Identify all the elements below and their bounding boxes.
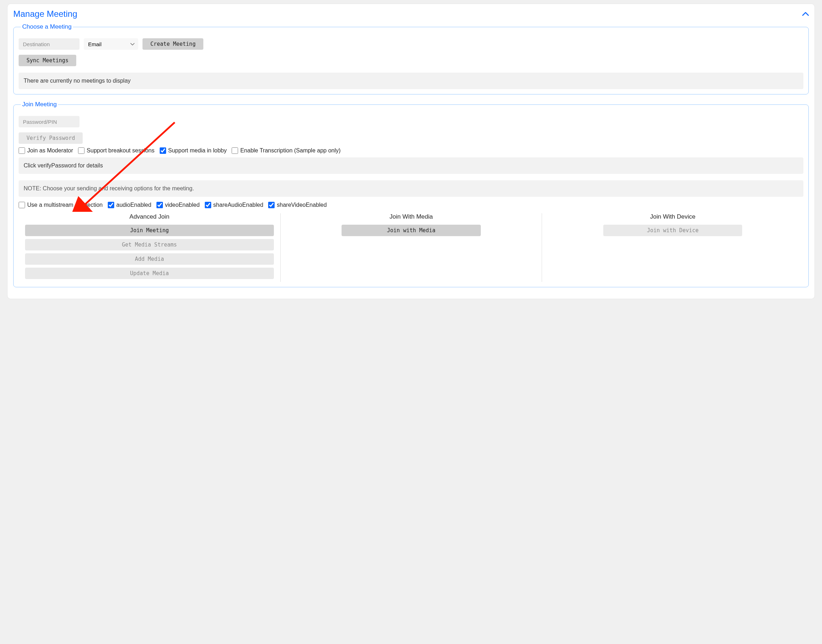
update-media-button[interactable]: Update Media	[25, 268, 274, 279]
join-meeting-section: Join Meeting Verify Password Join as Mod…	[13, 101, 809, 287]
share-audio-enabled-option[interactable]: shareAudioEnabled	[205, 202, 263, 208]
destination-type-select-el[interactable]: Email	[84, 38, 138, 50]
share-video-enabled-checkbox[interactable]	[268, 202, 275, 208]
meetings-empty-message: There are currently no meetings to displ…	[18, 73, 804, 89]
support-breakout-label: Support breakout sessions	[87, 147, 154, 154]
choose-meeting-legend: Choose a Meeting	[21, 23, 73, 31]
destination-input[interactable]	[18, 38, 80, 50]
multistream-checkbox[interactable]	[18, 202, 25, 208]
share-audio-enabled-checkbox[interactable]	[205, 202, 211, 208]
advanced-join-heading: Advanced Join	[25, 213, 274, 221]
collapse-toggle[interactable]	[802, 11, 810, 18]
enable-transcription-label: Enable Transcription (Sample app only)	[240, 147, 341, 154]
join-with-media-heading: Join With Media	[390, 213, 433, 221]
panel-title: Manage Meeting	[13, 9, 77, 19]
join-as-moderator-option[interactable]: Join as Moderator	[18, 147, 73, 154]
audio-enabled-checkbox[interactable]	[108, 202, 114, 208]
choose-meeting-section: Choose a Meeting Email Create Meeting Sy…	[13, 23, 809, 95]
join-with-device-heading: Join With Device	[650, 213, 696, 221]
manage-meeting-panel: Manage Meeting Choose a Meeting Email Cr…	[7, 3, 815, 299]
get-media-streams-button[interactable]: Get Media Streams	[25, 239, 274, 250]
video-enabled-label: videoEnabled	[165, 202, 200, 208]
sync-meetings-button[interactable]: Sync Meetings	[18, 55, 76, 66]
join-as-moderator-checkbox[interactable]	[18, 147, 25, 154]
join-with-device-column: Join With Device Join with Device	[542, 213, 804, 282]
support-media-lobby-checkbox[interactable]	[160, 147, 166, 154]
share-video-enabled-option[interactable]: shareVideoEnabled	[268, 202, 327, 208]
support-media-lobby-label: Support media in lobby	[168, 147, 227, 154]
add-media-button[interactable]: Add Media	[25, 253, 274, 265]
video-enabled-option[interactable]: videoEnabled	[157, 202, 200, 208]
multistream-option[interactable]: Use a multistream connection	[18, 202, 103, 208]
password-input[interactable]	[18, 116, 80, 127]
chevron-up-icon	[802, 12, 809, 16]
destination-type-select[interactable]: Email	[84, 38, 138, 50]
share-video-enabled-label: shareVideoEnabled	[277, 202, 327, 208]
enable-transcription-option[interactable]: Enable Transcription (Sample app only)	[232, 147, 341, 154]
join-as-moderator-label: Join as Moderator	[27, 147, 73, 154]
sending-receiving-note: NOTE: Choose your sending and receiving …	[18, 180, 804, 197]
join-with-media-button[interactable]: Join with Media	[341, 225, 481, 236]
join-meeting-button[interactable]: Join Meeting	[25, 225, 274, 236]
share-audio-enabled-label: shareAudioEnabled	[214, 202, 263, 208]
multistream-label: Use a multistream connection	[27, 202, 103, 208]
audio-enabled-label: audioEnabled	[116, 202, 151, 208]
join-with-media-column: Join With Media Join with Media	[280, 213, 542, 282]
join-with-device-button[interactable]: Join with Device	[603, 225, 742, 236]
advanced-join-column: Advanced Join Join Meeting Get Media Str…	[18, 213, 280, 282]
video-enabled-checkbox[interactable]	[157, 202, 163, 208]
create-meeting-button[interactable]: Create Meeting	[143, 38, 203, 50]
support-breakout-checkbox[interactable]	[78, 147, 85, 154]
enable-transcription-checkbox[interactable]	[232, 147, 238, 154]
verify-password-detail: Click verifyPassword for details	[18, 158, 804, 174]
support-media-lobby-option[interactable]: Support media in lobby	[160, 147, 227, 154]
support-breakout-option[interactable]: Support breakout sessions	[78, 147, 154, 154]
join-meeting-legend: Join Meeting	[21, 101, 58, 108]
verify-password-button[interactable]: Verify Password	[18, 132, 83, 144]
audio-enabled-option[interactable]: audioEnabled	[108, 202, 151, 208]
